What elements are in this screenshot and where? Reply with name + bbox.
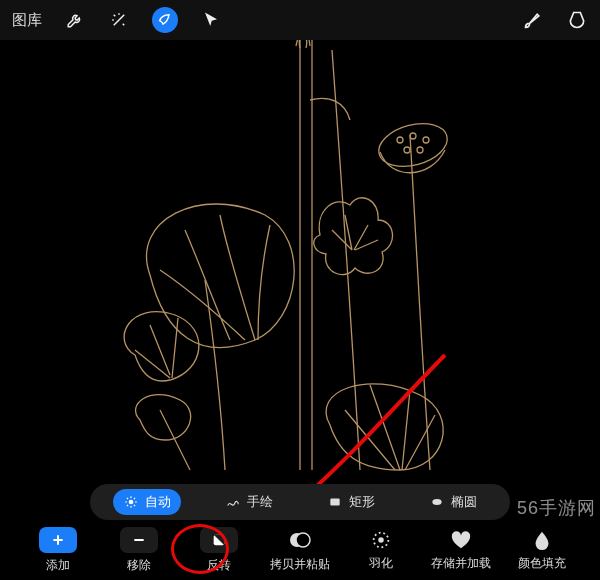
- svg-point-7: [417, 147, 423, 153]
- invert-icon: [200, 527, 238, 553]
- svg-line-14: [134, 505, 135, 506]
- action-add[interactable]: 添加: [28, 527, 88, 574]
- action-bar: 添加 移除 反转 拷贝并粘贴 羽化: [0, 520, 600, 580]
- action-save-load-label: 存储并加载: [431, 555, 491, 572]
- feather-icon: [370, 529, 392, 551]
- action-invert[interactable]: 反转: [189, 527, 249, 574]
- gallery-button[interactable]: 图库: [12, 11, 42, 30]
- mode-rect-label: 矩形: [349, 493, 375, 511]
- mode-ellipse[interactable]: 椭圆: [419, 489, 487, 515]
- action-copy-paste[interactable]: 拷贝并粘贴: [270, 528, 330, 573]
- color-fill-icon: [531, 529, 553, 551]
- action-feather[interactable]: 羽化: [351, 529, 411, 572]
- svg-line-13: [127, 498, 128, 499]
- action-color-fill[interactable]: 颜色填充: [512, 529, 572, 572]
- freehand-icon: [225, 494, 241, 510]
- brush-icon[interactable]: [522, 9, 544, 31]
- action-invert-label: 反转: [207, 557, 231, 574]
- action-add-label: 添加: [46, 557, 70, 574]
- svg-point-24: [296, 533, 310, 547]
- svg-line-16: [127, 505, 128, 506]
- svg-point-2: [374, 117, 452, 174]
- mode-auto-label: 自动: [145, 493, 171, 511]
- svg-point-26: [378, 537, 384, 543]
- action-copy-paste-label: 拷贝并粘贴: [270, 556, 330, 573]
- svg-point-6: [404, 147, 410, 153]
- select-icon[interactable]: [152, 7, 178, 33]
- action-remove[interactable]: 移除: [109, 527, 169, 574]
- sun-icon: [123, 494, 139, 510]
- action-color-fill-label: 颜色填充: [518, 555, 566, 572]
- ellipse-icon: [429, 494, 445, 510]
- svg-point-8: [129, 500, 134, 505]
- svg-point-4: [410, 133, 416, 139]
- mode-rect[interactable]: 矩形: [317, 489, 385, 515]
- action-remove-label: 移除: [127, 557, 151, 574]
- mode-freehand-label: 手绘: [247, 493, 273, 511]
- selection-mode-bar: 自动 手绘 矩形 椭圆: [90, 484, 510, 520]
- heart-icon: [450, 529, 472, 551]
- smudge-icon[interactable]: [566, 9, 588, 31]
- rect-icon: [327, 494, 343, 510]
- action-save-load[interactable]: 存储并加载: [431, 529, 491, 572]
- svg-point-18: [432, 499, 441, 505]
- copy-paste-icon: [288, 528, 312, 552]
- svg-point-3: [397, 137, 403, 143]
- mode-freehand[interactable]: 手绘: [215, 489, 283, 515]
- plus-icon: [39, 527, 77, 553]
- mode-auto[interactable]: 自动: [113, 489, 181, 515]
- mode-ellipse-label: 椭圆: [451, 493, 477, 511]
- cursor-icon[interactable]: [200, 9, 222, 31]
- minus-icon: [120, 527, 158, 553]
- svg-rect-17: [330, 499, 339, 506]
- wand-icon[interactable]: [108, 9, 130, 31]
- action-feather-label: 羽化: [369, 555, 393, 572]
- svg-line-15: [134, 498, 135, 499]
- svg-point-5: [423, 137, 429, 143]
- top-toolbar: 图库: [0, 0, 600, 40]
- wrench-icon[interactable]: [64, 9, 86, 31]
